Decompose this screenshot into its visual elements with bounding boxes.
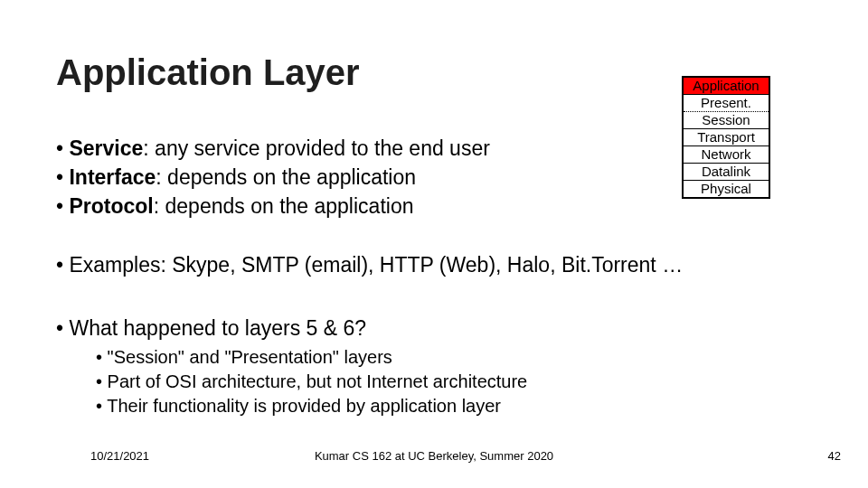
bullet-question: What happened to layers 5 & 6? bbox=[56, 316, 366, 341]
sub-bullet-3: Their functionality is provided by appli… bbox=[96, 394, 527, 418]
sub-bullets: "Session" and "Presentation" layers Part… bbox=[96, 345, 527, 418]
osi-row-datalink: Datalink bbox=[683, 164, 769, 181]
slide-title: Application Layer bbox=[56, 52, 360, 93]
osi-layer-table: Application Present. Session Transport N… bbox=[682, 76, 770, 199]
osi-row-application: Application bbox=[683, 77, 769, 95]
footer-attribution: Kumar CS 162 at UC Berkeley, Summer 2020 bbox=[0, 449, 868, 463]
osi-row-presentation: Present. bbox=[683, 95, 769, 112]
bullet-service: Service: any service provided to the end… bbox=[56, 134, 490, 163]
osi-row-transport: Transport bbox=[683, 129, 769, 146]
footer-page-number: 42 bbox=[828, 449, 841, 463]
bullet-protocol: Protocol: depends on the application bbox=[56, 192, 490, 221]
osi-row-physical: Physical bbox=[683, 181, 769, 199]
main-bullets: Service: any service provided to the end… bbox=[56, 134, 490, 221]
bullet-examples: Examples: Skype, SMTP (email), HTTP (Web… bbox=[56, 253, 683, 277]
sub-bullet-2: Part of OSI architecture, but not Intern… bbox=[96, 370, 527, 394]
bullet-interface: Interface: depends on the application bbox=[56, 163, 490, 192]
osi-row-session: Session bbox=[683, 112, 769, 129]
osi-row-network: Network bbox=[683, 146, 769, 164]
sub-bullet-1: "Session" and "Presentation" layers bbox=[96, 345, 527, 370]
